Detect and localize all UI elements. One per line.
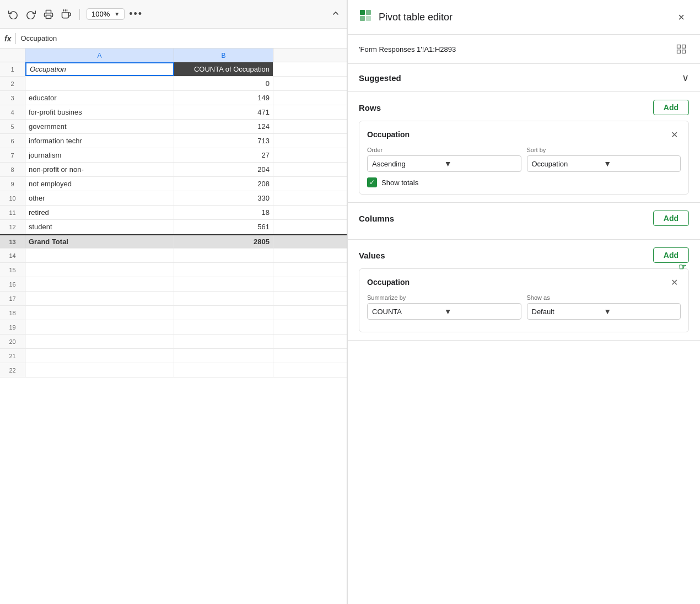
values-add-button[interactable]: Add ☞	[653, 247, 689, 263]
more-options-button[interactable]: •••	[129, 8, 143, 20]
checkmark-icon: ✓	[369, 179, 375, 186]
table-row[interactable]: 12student561	[0, 220, 347, 234]
cell-col-b[interactable]	[174, 320, 273, 334]
collapse-button[interactable]	[331, 9, 340, 20]
zoom-value: 100%	[91, 10, 110, 18]
row-number: 22	[0, 363, 25, 377]
cell-col-b[interactable]	[174, 249, 273, 262]
cell-col-b[interactable]: 0	[174, 77, 273, 90]
select-range-button[interactable]	[674, 41, 689, 57]
table-row[interactable]: 18	[0, 306, 347, 320]
col-header-b[interactable]: B	[174, 48, 273, 62]
values-card-close-button[interactable]: ✕	[667, 276, 681, 289]
summarize-by-dropdown[interactable]: COUNTA ▼	[367, 303, 521, 320]
cell-col-b[interactable]: 149	[174, 91, 273, 105]
cell-col-a[interactable]: government	[25, 120, 174, 133]
cell-col-b[interactable]: 208	[174, 177, 273, 191]
cell-col-b[interactable]	[174, 277, 273, 291]
cell-col-b[interactable]: 471	[174, 105, 273, 119]
table-row[interactable]: 15	[0, 263, 347, 277]
table-row[interactable]: 1OccupationCOUNTA of Occupation	[0, 62, 347, 77]
table-row[interactable]: 8non-profit or non-204	[0, 163, 347, 177]
table-row[interactable]: 9not employed208	[0, 177, 347, 191]
cell-col-a[interactable]	[25, 349, 174, 363]
cell-col-b[interactable]: COUNTA of Occupation	[174, 62, 273, 76]
cell-col-b[interactable]: 18	[174, 206, 273, 219]
cell-col-a[interactable]: for-profit busines	[25, 105, 174, 119]
summarize-by-field-group: Summarize by COUNTA ▼	[367, 294, 521, 320]
zoom-selector[interactable]: 100% ▼	[87, 8, 125, 20]
table-row[interactable]: 11retired18	[0, 206, 347, 220]
cell-col-a[interactable]	[25, 292, 174, 305]
cell-col-a[interactable]: other	[25, 191, 174, 205]
table-row[interactable]: 10other330	[0, 191, 347, 206]
cell-col-a[interactable]: not employed	[25, 177, 174, 191]
cell-col-a[interactable]	[25, 249, 174, 262]
order-dropdown[interactable]: Ascending ▼	[367, 155, 521, 172]
cell-col-a[interactable]	[25, 320, 174, 334]
cell-col-b[interactable]	[174, 363, 273, 377]
pivot-editor-close-button[interactable]: ×	[674, 9, 689, 25]
table-row[interactable]: 21	[0, 349, 347, 363]
suggested-chevron-icon: ∨	[682, 72, 689, 84]
cell-col-a[interactable]: Occupation	[25, 62, 174, 76]
cell-col-a[interactable]	[25, 306, 174, 320]
cell-col-a[interactable]: Grand Total	[25, 235, 174, 248]
table-row[interactable]: 19	[0, 320, 347, 335]
table-row[interactable]: 22	[0, 363, 347, 378]
redo-button[interactable]	[24, 8, 37, 21]
cell-col-a[interactable]	[25, 335, 174, 348]
cell-col-b[interactable]	[174, 263, 273, 277]
show-as-dropdown[interactable]: Default ▼	[527, 303, 681, 320]
cell-col-a[interactable]	[25, 363, 174, 377]
table-row[interactable]: 6information techr713	[0, 134, 347, 148]
cell-col-a[interactable]: retired	[25, 206, 174, 219]
table-row[interactable]: 7journalism27	[0, 148, 347, 163]
cell-col-b[interactable]: 124	[174, 120, 273, 133]
summarize-by-dropdown-arrow-icon: ▼	[444, 307, 516, 316]
sort-by-label: Sort by	[527, 147, 681, 153]
row-number: 15	[0, 263, 25, 277]
cell-col-b[interactable]: 561	[174, 220, 273, 234]
show-totals-checkbox[interactable]: ✓	[367, 177, 377, 187]
cell-col-b[interactable]: 330	[174, 191, 273, 205]
cell-col-a[interactable]: non-profit or non-	[25, 163, 174, 176]
cell-col-b[interactable]: 713	[174, 134, 273, 148]
row-number: 14	[0, 249, 25, 262]
cell-col-a[interactable]: educator	[25, 91, 174, 105]
row-number: 6	[0, 134, 25, 148]
undo-button[interactable]	[7, 8, 20, 21]
table-row[interactable]: 17	[0, 292, 347, 306]
sort-by-dropdown[interactable]: Occupation ▼	[527, 155, 681, 172]
cell-col-a[interactable]: information techr	[25, 134, 174, 148]
col-header-a[interactable]: A	[25, 48, 174, 62]
rows-card-close-button[interactable]: ✕	[667, 128, 681, 141]
cell-col-b[interactable]	[174, 292, 273, 305]
cell-col-a[interactable]: journalism	[25, 148, 174, 162]
paint-format-button[interactable]	[60, 8, 73, 21]
cell-col-b[interactable]	[174, 349, 273, 363]
table-row[interactable]: 4for-profit busines471	[0, 105, 347, 120]
table-row[interactable]: 20	[0, 77, 347, 91]
cell-col-b[interactable]: 27	[174, 148, 273, 162]
table-row[interactable]: 3educator149	[0, 91, 347, 105]
table-row[interactable]: 20	[0, 335, 347, 349]
cell-col-a[interactable]	[25, 263, 174, 277]
cell-col-b[interactable]	[174, 306, 273, 320]
cell-col-b[interactable]: 204	[174, 163, 273, 176]
pivot-table-icon	[359, 9, 372, 25]
rows-add-button[interactable]: Add	[653, 100, 689, 115]
cell-col-a[interactable]	[25, 277, 174, 291]
table-row[interactable]: 14	[0, 249, 347, 263]
table-row[interactable]: 16	[0, 277, 347, 292]
cell-col-a[interactable]: student	[25, 220, 174, 234]
columns-add-button[interactable]: Add	[653, 211, 689, 226]
cell-col-a[interactable]	[25, 77, 174, 90]
cell-col-b[interactable]	[174, 335, 273, 348]
cell-col-b[interactable]: 2805	[174, 235, 273, 248]
rows-occupation-card: Occupation ✕ Order Ascending ▼ Sort by O…	[359, 121, 689, 195]
print-button[interactable]	[42, 8, 55, 21]
suggested-section[interactable]: Suggested ∨	[348, 64, 700, 92]
table-row[interactable]: 5government124	[0, 120, 347, 134]
table-row[interactable]: 13Grand Total2805	[0, 234, 347, 249]
